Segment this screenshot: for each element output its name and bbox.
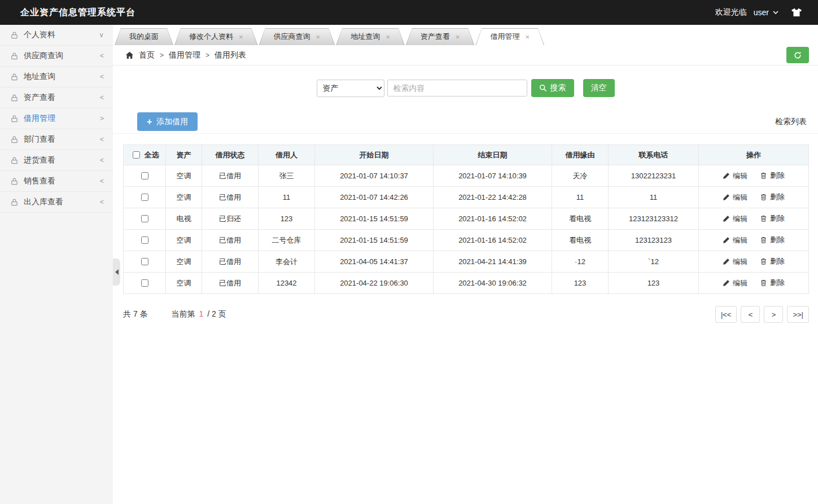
table-row: 空调已借用张三2021-01-07 14:10:372021-01-07 14:… <box>124 165 809 187</box>
cell-start-date: 2021-01-15 14:51:59 <box>315 208 434 230</box>
sidebar-item-purchase-view[interactable]: 进货查看< <box>0 150 113 171</box>
add-borrow-button[interactable]: + 添加借用 <box>137 112 198 131</box>
sidebar-item-department-view[interactable]: 部门查看< <box>0 129 113 150</box>
tab-label: 供应商查询 <box>274 32 310 42</box>
add-borrow-label: 添加借用 <box>156 117 188 127</box>
close-icon[interactable]: × <box>525 33 530 41</box>
tab-label: 修改个人资料 <box>189 32 233 42</box>
cell-actions: 编辑删除 <box>699 165 809 187</box>
close-icon[interactable]: × <box>316 33 321 41</box>
user-menu[interactable]: user <box>754 8 778 17</box>
cell-reason: 11 <box>552 187 609 208</box>
chevron-down-icon <box>773 11 778 14</box>
table-row: 空调已借用123422021-04-22 19:06:302021-04-30 … <box>124 273 809 294</box>
chevron-left-icon: < <box>100 135 104 143</box>
sidebar-item-address-query[interactable]: 地址查询< <box>0 67 113 87</box>
sidebar-item-supplier-query[interactable]: 供应商查询< <box>0 46 113 67</box>
sidebar-item-label: 供应商查询 <box>24 51 100 61</box>
cell-end-date: 2021-01-16 14:52:02 <box>434 208 552 230</box>
row-checkbox[interactable] <box>141 215 148 222</box>
breadcrumb-item[interactable]: 借用管理 <box>169 50 200 60</box>
cell-reason: 天冷 <box>552 165 609 187</box>
prev-page-button[interactable]: < <box>741 306 760 323</box>
edit-link[interactable]: 编辑 <box>723 214 747 224</box>
breadcrumb-separator: > <box>205 51 209 59</box>
cell-select <box>124 251 166 273</box>
cell-actions: 编辑删除 <box>699 230 809 251</box>
last-page-button[interactable]: >>| <box>787 306 809 323</box>
search-input[interactable] <box>387 80 527 97</box>
tab-supplier-query[interactable]: 供应商查询× <box>259 28 335 45</box>
cell-phone: `12 <box>609 251 699 273</box>
row-checkbox[interactable] <box>141 236 148 244</box>
trash-icon <box>760 193 767 201</box>
table-row: 电视已归还1232021-01-15 14:51:592021-01-16 14… <box>124 208 809 230</box>
cell-asset: 空调 <box>166 187 202 208</box>
lock-icon <box>10 52 19 60</box>
table-row: 空调已借用112021-01-07 14:42:262021-01-22 14:… <box>124 187 809 208</box>
sidebar-item-label: 资产查看 <box>24 93 100 103</box>
column-header-label: 资产 <box>177 151 191 159</box>
edit-link[interactable]: 编辑 <box>723 192 747 203</box>
search-button[interactable]: 搜索 <box>531 79 574 97</box>
row-checkbox[interactable] <box>141 172 148 179</box>
sidebar-collapse-handle[interactable] <box>113 258 120 286</box>
edit-link[interactable]: 编辑 <box>723 278 747 288</box>
tab-bar: 我的桌面修改个人资料×供应商查询×地址查询×资产查看×借用管理× <box>113 28 818 45</box>
clear-button[interactable]: 清空 <box>583 79 615 97</box>
close-icon[interactable]: × <box>456 33 460 41</box>
tab-asset-view[interactable]: 资产查看× <box>406 28 475 45</box>
edit-link[interactable]: 编辑 <box>723 257 747 267</box>
cell-phone: 11 <box>609 187 699 208</box>
lock-icon <box>10 94 19 102</box>
refresh-button[interactable] <box>786 47 809 63</box>
delete-link[interactable]: 删除 <box>760 192 785 202</box>
cell-end-date: 2021-04-30 19:06:32 <box>434 273 552 294</box>
first-page-button[interactable]: |<< <box>715 306 737 323</box>
sidebar-item-personal-profile[interactable]: 个人资料∨ <box>0 25 113 46</box>
delete-link[interactable]: 删除 <box>760 170 785 181</box>
lock-icon <box>10 156 19 165</box>
edit-link[interactable]: 编辑 <box>723 235 747 246</box>
cell-select <box>124 208 166 230</box>
row-checkbox[interactable] <box>141 279 148 287</box>
search-row: 资产 搜索 清空 <box>113 79 818 97</box>
column-header: 借用缘由 <box>552 145 609 165</box>
delete-link[interactable]: 删除 <box>760 235 785 245</box>
tab-edit-profile[interactable]: 修改个人资料× <box>174 28 258 45</box>
delete-link[interactable]: 删除 <box>760 213 785 223</box>
delete-label: 删除 <box>770 192 785 202</box>
sidebar-item-sales-view[interactable]: 销售查看< <box>0 171 113 192</box>
delete-link[interactable]: 删除 <box>760 256 785 266</box>
close-icon[interactable]: × <box>386 33 390 41</box>
sidebar-item-asset-view[interactable]: 资产查看< <box>0 87 113 108</box>
cell-phone: 123123123312 <box>609 208 699 230</box>
cell-actions: 编辑删除 <box>699 251 809 273</box>
delete-link[interactable]: 删除 <box>760 278 785 288</box>
table-row: 空调已借用李会计2021-04-05 14:41:372021-04-21 14… <box>124 251 809 273</box>
cell-asset: 空调 <box>166 251 202 273</box>
row-checkbox[interactable] <box>141 258 148 265</box>
close-icon[interactable]: × <box>239 33 243 41</box>
column-header-label: 借用人 <box>275 151 298 159</box>
tab-address-query[interactable]: 地址查询× <box>336 28 405 45</box>
edit-link[interactable]: 编辑 <box>723 171 747 181</box>
edit-label: 编辑 <box>733 235 747 246</box>
sidebar: 个人资料∨供应商查询<地址查询<资产查看<借用管理>部门查看<进货查看<销售查看… <box>0 25 113 504</box>
sidebar-item-borrow-management[interactable]: 借用管理> <box>0 108 113 129</box>
trash-icon <box>760 214 767 222</box>
select-all-checkbox[interactable] <box>133 151 140 159</box>
breadcrumb-bar: 首页>借用管理>借用列表 <box>113 45 818 65</box>
tab-my-desktop[interactable]: 我的桌面 <box>115 28 173 45</box>
tab-label: 资产查看 <box>421 32 450 42</box>
lock-icon <box>10 135 19 144</box>
search-category-select[interactable]: 资产 <box>317 80 384 97</box>
cell-actions: 编辑删除 <box>699 208 809 230</box>
delete-label: 删除 <box>770 170 785 181</box>
sidebar-item-inventory-view[interactable]: 出入库查看< <box>0 192 113 213</box>
breadcrumb-item[interactable]: 首页 <box>139 50 155 60</box>
row-checkbox[interactable] <box>141 194 148 201</box>
tshirt-icon[interactable] <box>791 8 802 17</box>
next-page-button[interactable]: > <box>764 306 783 323</box>
tab-borrow-management[interactable]: 借用管理× <box>475 28 544 45</box>
